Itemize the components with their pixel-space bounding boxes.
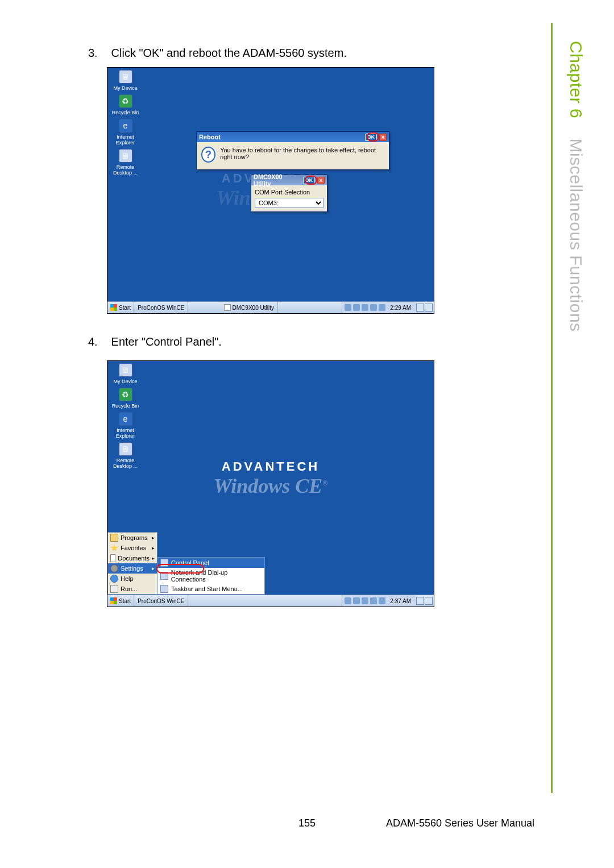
question-icon: ? [201, 147, 215, 163]
settings-icon [110, 564, 118, 572]
tray-icon[interactable] [370, 304, 377, 311]
sidebar-chapter: Chapter 6 [567, 41, 586, 118]
reboot-dialog: Reboot OK × ? You have to reboot for the… [196, 131, 389, 170]
desktop-icons: 🖥My Device ♻Recycle Bin eInternet Explor… [110, 363, 141, 469]
reboot-ok-button[interactable]: OK [365, 134, 377, 141]
desktop-icon-my-device[interactable]: 🖥My Device [110, 363, 141, 384]
taskbar-settings-icon [160, 585, 168, 593]
step-3: 3. Click "OK" and reboot the ADAM-5560 s… [88, 47, 347, 60]
tray-icon[interactable] [370, 597, 377, 604]
desktop-icon-my-device[interactable]: 🖥My Device [110, 70, 141, 91]
taskbar-task-dmc-utility[interactable]: DMC9X00 Utility [221, 302, 278, 313]
utility-icon [224, 304, 231, 311]
tray-icon[interactable] [379, 304, 385, 311]
run-icon [110, 585, 118, 593]
page-right-rule [551, 23, 553, 793]
submenu-network-connections[interactable]: Network and Dial-up Connections [157, 568, 264, 584]
reboot-dialog-body: ? You have to reboot for the changes to … [197, 142, 389, 169]
system-tray: 2:29 AM [342, 302, 416, 313]
sidebar-chapter-label: Chapter 6 Miscellaneous Functions [566, 41, 586, 332]
start-menu-help[interactable]: Help [108, 574, 157, 584]
com-port-select[interactable]: COM3: [255, 198, 323, 208]
taskbar-end-buttons [416, 597, 434, 605]
submenu-control-panel[interactable]: Control Panel [157, 558, 264, 568]
step-3-number: 3. [88, 47, 108, 60]
submenu-arrow-icon: ▸ [152, 545, 155, 551]
reboot-dialog-message: You have to reboot for the changes to ta… [220, 147, 384, 160]
taskbar: Start ProConOS WinCE DMC9X00 Utility 2:2… [107, 301, 434, 313]
show-desktop-button[interactable] [416, 597, 424, 605]
submenu-arrow-icon: ▸ [152, 566, 155, 571]
step-4-text: Enter "Control Panel". [111, 335, 222, 348]
desktop-icon-recycle-bin[interactable]: ♻Recycle Bin [110, 94, 141, 115]
desktop-icon-recycle-bin[interactable]: ♻Recycle Bin [110, 388, 141, 409]
dmc-utility-close-button[interactable]: × [317, 177, 325, 184]
start-menu-documents[interactable]: Documents▸ [108, 553, 157, 563]
start-button[interactable]: Start [107, 302, 134, 313]
start-menu-settings[interactable]: Settings▸ [108, 563, 157, 574]
windows-flag-icon [110, 304, 117, 311]
sip-button[interactable] [425, 304, 433, 312]
desktop-icon-remote-desktop[interactable]: 🖥Remote Desktop ... [110, 442, 141, 469]
sip-button[interactable] [425, 597, 433, 605]
device-icon: 🖥 [119, 70, 132, 84]
manual-title: ADAM-5560 Series User Manual [386, 817, 534, 829]
dmc-utility-title: DMC9X00 Utility [254, 173, 301, 187]
submenu-taskbar-start-menu[interactable]: Taskbar and Start Menu... [157, 584, 264, 594]
windows-flag-icon [110, 597, 117, 604]
brand-windows-ce: Windows CE® [214, 474, 328, 498]
submenu-arrow-icon: ▸ [152, 535, 155, 541]
dmc-utility-ok-button[interactable]: OK [303, 177, 316, 184]
rdp-icon: 🖥 [119, 442, 132, 456]
sidebar-title: Miscellaneous Functions [567, 139, 586, 332]
control-panel-icon [160, 559, 168, 567]
start-label: Start [119, 305, 131, 311]
screenshot-start-menu: 🖥My Device ♻Recycle Bin eInternet Explor… [107, 360, 434, 607]
device-icon: 🖥 [119, 363, 132, 377]
desktop-icon-ie[interactable]: eInternet Explorer [110, 412, 141, 439]
step-4: 4. Enter "Control Panel". [88, 335, 222, 348]
dmc-utility-body: COM Port Selection COM3: [251, 185, 327, 211]
taskbar: Start ProConOS WinCE 2:37 AM [107, 595, 434, 607]
desktop-icons: 🖥My Device ♻Recycle Bin eInternet Explor… [110, 70, 141, 176]
taskbar-task-proconos[interactable]: ProConOS WinCE [134, 302, 188, 313]
screenshot-reboot: ADVANTECH Windows CE 🖥My Device ♻Recycle… [107, 67, 434, 314]
show-desktop-button[interactable] [416, 304, 424, 312]
help-icon [110, 575, 118, 583]
brand-watermark: ADVANTECH Windows CE® [214, 459, 328, 498]
tray-icon[interactable] [345, 597, 351, 604]
network-icon [160, 572, 168, 580]
reboot-dialog-title: Reboot [199, 134, 363, 140]
reboot-dialog-titlebar[interactable]: Reboot OK × [197, 132, 389, 142]
dmc-utility-titlebar[interactable]: DMC9X00 Utility OK × [251, 175, 327, 185]
taskbar-clock: 2:37 AM [387, 598, 414, 604]
ie-icon: e [119, 412, 132, 426]
reboot-close-button[interactable]: × [379, 134, 387, 141]
tray-icon[interactable] [353, 597, 360, 604]
start-label: Start [119, 598, 131, 604]
start-menu-run[interactable]: Run... [108, 584, 157, 594]
submenu-arrow-icon: ▸ [152, 555, 155, 561]
tray-icon[interactable] [379, 597, 385, 604]
desktop-icon-remote-desktop[interactable]: 🖥Remote Desktop ... [110, 149, 141, 176]
com-port-label: COM Port Selection [255, 189, 323, 196]
dmc-utility-dialog: DMC9X00 Utility OK × COM Port Selection … [251, 175, 327, 212]
documents-icon [110, 554, 115, 562]
rdp-icon: 🖥 [119, 149, 132, 163]
desktop-icon-ie[interactable]: eInternet Explorer [110, 119, 141, 146]
start-menu-programs[interactable]: Programs▸ [108, 533, 157, 543]
start-menu-favorites[interactable]: Favorites▸ [108, 543, 157, 553]
page-number: 155 [298, 817, 316, 829]
taskbar-task-proconos[interactable]: ProConOS WinCE [134, 595, 188, 607]
tray-icon[interactable] [362, 304, 368, 311]
brand-advantech: ADVANTECH [214, 459, 328, 474]
taskbar-end-buttons [416, 304, 434, 312]
tray-icon[interactable] [353, 304, 360, 311]
programs-icon [110, 534, 118, 542]
start-button[interactable]: Start [107, 595, 134, 607]
system-tray: 2:37 AM [342, 595, 416, 607]
ie-icon: e [119, 119, 132, 132]
tray-icon[interactable] [345, 304, 351, 311]
recycle-icon: ♻ [119, 388, 132, 401]
tray-icon[interactable] [362, 597, 368, 604]
